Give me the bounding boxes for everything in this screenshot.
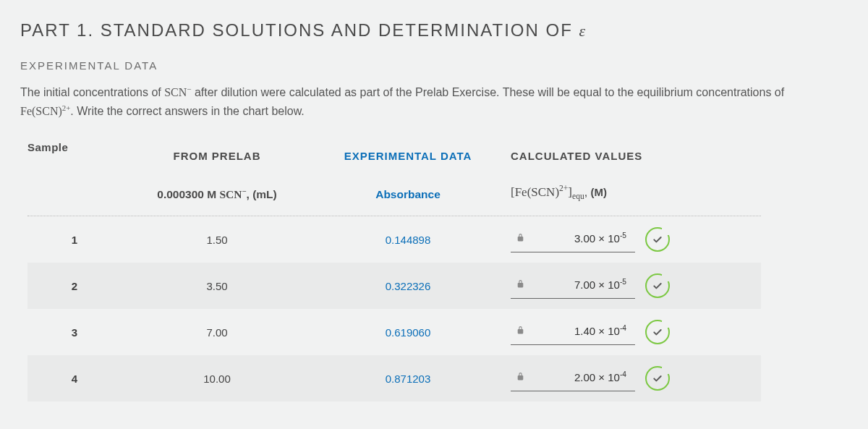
group-header-row: Sample FROM PRELAB EXPERIMENTAL DATA CAL…	[27, 141, 761, 174]
species-fescn: Fe(SCN)2+	[20, 105, 70, 117]
answer-box: 7.00 × 10-5	[511, 273, 761, 299]
lock-icon-wrap	[515, 326, 525, 336]
sample-number: 4	[27, 373, 122, 385]
title-text: PART 1. STANDARD SOLUTIONS AND DETERMINA…	[20, 20, 579, 40]
table-row: 23.500.3223267.00 × 10-5	[27, 263, 761, 309]
epsilon-symbol: ε	[579, 22, 587, 40]
calc-sup: 2+	[559, 184, 568, 193]
col-absorbance: Absorbance	[312, 178, 503, 211]
answer-field[interactable]: 1.40 × 10-4	[511, 319, 635, 345]
answer-box: 2.00 × 10-4	[511, 365, 761, 391]
prelab-species-text: SCN	[219, 188, 242, 200]
lock-icon-wrap	[515, 233, 525, 243]
lock-icon-wrap	[515, 279, 525, 289]
answer-field[interactable]: 3.00 × 10-5	[511, 226, 635, 252]
prelab-species: SCN−	[219, 188, 246, 200]
sample-number: 3	[27, 326, 122, 339]
prelab-value: 7.00	[122, 326, 312, 339]
calc-suffix: ,	[584, 186, 591, 198]
calc-cell: 3.00 × 10-5	[503, 226, 761, 252]
prelab-value: 1.50	[122, 234, 312, 246]
prelab-suffix: , (mL)	[247, 188, 277, 200]
correct-indicator	[645, 273, 670, 298]
lock-icon-wrap	[515, 372, 525, 382]
prelab-prefix: 0.000300 M	[157, 188, 219, 200]
correct-indicator	[645, 320, 670, 344]
calc-sub: equ	[572, 192, 584, 201]
calc-cell: 1.40 × 10-4	[503, 319, 761, 345]
column-header-row: 0.000300 M SCN−, (mL) Absorbance [Fe(SCN…	[27, 174, 761, 216]
absorbance-value: 0.871203	[312, 373, 503, 385]
answer-value: 7.00 × 10-5	[535, 278, 631, 291]
group-experimental: EXPERIMENTAL DATA	[312, 144, 503, 174]
section-subheading: EXPERIMENTAL DATA	[20, 59, 848, 72]
page-title: PART 1. STANDARD SOLUTIONS AND DETERMINA…	[20, 20, 848, 41]
intro-text-c: . Write the correct answers in the chart…	[70, 105, 304, 117]
sample-number: 1	[27, 234, 122, 246]
calc-cell: 7.00 × 10-5	[503, 273, 761, 299]
sample-number: 2	[27, 280, 122, 292]
data-table: Sample FROM PRELAB EXPERIMENTAL DATA CAL…	[27, 141, 761, 402]
answer-field[interactable]: 2.00 × 10-4	[511, 365, 635, 391]
absorbance-value: 0.619060	[312, 326, 503, 339]
check-icon	[652, 280, 663, 292]
correct-indicator	[645, 366, 670, 391]
answer-box: 1.40 × 10-4	[511, 319, 761, 345]
answer-value: 3.00 × 10-5	[535, 232, 631, 245]
correct-indicator	[645, 227, 670, 252]
lock-icon	[516, 279, 525, 289]
sample-header: Sample	[27, 141, 122, 174]
answer-box: 3.00 × 10-5	[511, 226, 761, 252]
lock-icon	[516, 233, 525, 242]
check-icon	[652, 326, 663, 338]
answer-value: 2.00 × 10-4	[535, 370, 631, 383]
col-calc: [Fe(SCN)2+]equ, (M)	[503, 174, 761, 211]
table-row: 410.000.8712032.00 × 10-4	[27, 355, 761, 402]
intro-text-a: The initial concentrations of	[20, 86, 164, 98]
intro-paragraph: The initial concentrations of SCN− after…	[20, 83, 838, 121]
col-prelab: 0.000300 M SCN−, (mL)	[122, 177, 312, 211]
calc-cell: 2.00 × 10-4	[503, 365, 761, 391]
prelab-value: 3.50	[122, 280, 312, 292]
lock-icon	[516, 372, 525, 381]
answer-value: 1.40 × 10-4	[535, 324, 631, 337]
group-prelab: FROM PRELAB	[122, 144, 312, 174]
answer-field[interactable]: 7.00 × 10-5	[511, 273, 635, 299]
check-icon	[652, 373, 663, 384]
prelab-value: 10.00	[122, 373, 312, 385]
lock-icon	[516, 326, 525, 335]
absorbance-value: 0.322326	[312, 280, 503, 292]
intro-text-b: after dilution were calculated as part o…	[191, 86, 784, 98]
check-icon	[652, 234, 663, 245]
table-row: 37.000.6190601.40 × 10-4	[27, 309, 761, 355]
calc-unit: (M)	[591, 186, 608, 198]
species-scn: SCN−	[164, 86, 191, 98]
calc-prefix: [Fe(SCN)	[511, 185, 559, 199]
absorbance-value: 0.144898	[312, 234, 503, 246]
group-calculated: CALCULATED VALUES	[511, 144, 761, 174]
table-row: 11.500.1448983.00 × 10-5	[27, 216, 761, 263]
calc-species: [Fe(SCN)2+]equ	[511, 185, 584, 199]
